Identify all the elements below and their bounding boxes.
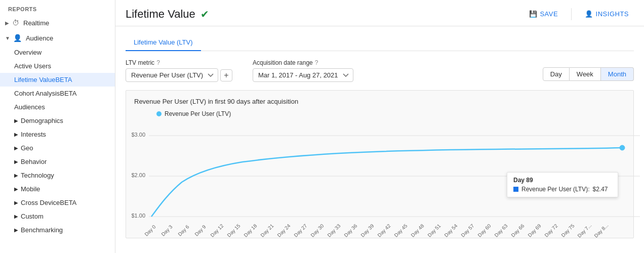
- tooltip-item: Revenue Per User (LTV): $2.47: [513, 186, 612, 193]
- sidebar-item-cross-device[interactable]: ▶ Cross Device BETA: [0, 196, 115, 209]
- svg-text:Day 60: Day 60: [476, 223, 492, 238]
- sidebar-item-cohort-analysis[interactable]: Cohort Analysis BETA: [0, 87, 115, 100]
- svg-text:$1.00: $1.00: [131, 213, 145, 219]
- save-label: SAVE: [540, 10, 558, 18]
- chart-endpoint: [620, 145, 625, 150]
- chevron-right-icon: ▶: [14, 132, 18, 137]
- chevron-right-icon: ▶: [14, 118, 18, 123]
- svg-text:Day 30: Day 30: [309, 223, 325, 238]
- svg-text:$2.00: $2.00: [131, 172, 145, 178]
- svg-text:Day 21: Day 21: [259, 223, 274, 238]
- sidebar-item-active-users[interactable]: Active Users: [0, 59, 115, 73]
- sidebar-item-label: Benchmarking: [21, 226, 63, 234]
- sidebar-item-label: Realtime: [23, 19, 49, 27]
- svg-text:Day 8...: Day 8...: [593, 222, 609, 238]
- sidebar-item-audience[interactable]: ▼ 👤 Audience: [0, 30, 115, 46]
- time-range-group: Day Week Month: [543, 67, 634, 82]
- svg-text:Day 39: Day 39: [359, 223, 375, 238]
- svg-text:Day 6: Day 6: [177, 224, 190, 237]
- tab-lifetime-value[interactable]: Lifetime Value (LTV): [126, 34, 201, 51]
- sidebar-item-label: Custom: [21, 213, 44, 220]
- svg-text:Day 45: Day 45: [393, 223, 408, 238]
- svg-text:Day 12: Day 12: [209, 223, 224, 238]
- ltv-metric-label: LTV metric ?: [126, 59, 232, 66]
- content-area: Lifetime Value (LTV) LTV metric ? Revenu…: [115, 26, 644, 246]
- main-content: Lifetime Value ✔ 💾 SAVE 👤 INSIGHTS Lifet…: [115, 0, 644, 253]
- sidebar-item-label: Mobile: [21, 185, 40, 193]
- sidebar-item-behavior[interactable]: ▶ Behavior: [0, 155, 115, 168]
- sidebar-item-label: Interests: [21, 131, 46, 138]
- sidebar-item-label: Audience: [26, 34, 53, 42]
- acquisition-select[interactable]: Mar 1, 2017 - Aug 27, 2021: [253, 68, 353, 82]
- sidebar-item-realtime[interactable]: ▶ ⏱ Realtime: [0, 15, 115, 30]
- title-text: Lifetime Value: [126, 8, 195, 21]
- ltv-metric-group: LTV metric ? Revenue Per User (LTV) +: [126, 59, 232, 82]
- ltv-metric-select[interactable]: Revenue Per User (LTV): [126, 68, 218, 82]
- help-icon: ?: [156, 59, 160, 66]
- sidebar-item-geo[interactable]: ▶ Geo: [0, 141, 115, 155]
- sidebar-item-mobile[interactable]: ▶ Mobile: [0, 182, 115, 196]
- svg-text:Day 9: Day 9: [193, 224, 207, 237]
- svg-text:$3.00: $3.00: [131, 132, 145, 138]
- help-icon: ?: [315, 59, 318, 66]
- insights-button[interactable]: 👤 INSIGHTS: [580, 7, 634, 21]
- chevron-right-icon: ▶: [14, 227, 18, 233]
- sidebar-item-benchmarking[interactable]: ▶ Benchmarking: [0, 223, 115, 237]
- chevron-down-icon: ▼: [5, 35, 10, 41]
- svg-text:Day 18: Day 18: [243, 223, 258, 238]
- svg-text:Day 0: Day 0: [143, 224, 157, 237]
- page-title: Lifetime Value ✔: [126, 8, 209, 21]
- tooltip-color-box: [513, 187, 518, 192]
- person-icon: 👤: [13, 34, 22, 42]
- tooltip-title: Day 89: [513, 177, 612, 184]
- tooltip-item-value: $2.47: [593, 186, 608, 193]
- beta-badge: BETA: [60, 90, 76, 97]
- sidebar-item-demographics[interactable]: ▶ Demographics: [0, 114, 115, 128]
- acquisition-group: Acquisition date range ? Mar 1, 2017 - A…: [253, 59, 353, 82]
- sidebar-item-lifetime-value[interactable]: Lifetime Value BETA: [0, 73, 115, 87]
- beta-badge: BETA: [60, 199, 76, 206]
- chevron-right-icon: ▶: [14, 145, 18, 151]
- divider: [571, 8, 572, 20]
- chart-legend: Revenue Per User (LTV): [126, 110, 633, 121]
- sidebar-item-label: Cross Device: [21, 199, 60, 206]
- svg-text:Day 27: Day 27: [293, 223, 308, 238]
- svg-text:Day 75: Day 75: [560, 223, 575, 238]
- svg-text:Day 69: Day 69: [527, 223, 542, 238]
- chart-tooltip: Day 89 Revenue Per User (LTV): $2.47: [507, 172, 618, 197]
- sidebar-item-label: Behavior: [21, 158, 47, 165]
- sidebar-item-label: Active Users: [14, 62, 51, 70]
- svg-text:Day 51: Day 51: [426, 223, 441, 238]
- svg-text:Day 33: Day 33: [326, 223, 341, 238]
- save-button[interactable]: 💾 SAVE: [524, 7, 563, 21]
- beta-badge: BETA: [55, 76, 72, 83]
- sidebar-item-overview[interactable]: Overview: [0, 46, 115, 59]
- svg-text:Day 66: Day 66: [510, 223, 525, 238]
- svg-text:Day 63: Day 63: [493, 223, 508, 238]
- chevron-right-icon: ▶: [14, 159, 18, 164]
- day-button[interactable]: Day: [543, 67, 570, 81]
- insights-label: INSIGHTS: [596, 10, 629, 18]
- sidebar-item-label: Cohort Analysis: [14, 90, 60, 97]
- check-icon: ✔: [200, 8, 209, 20]
- save-icon: 💾: [529, 10, 538, 18]
- svg-text:Day 48: Day 48: [410, 223, 425, 238]
- sidebar-item-technology[interactable]: ▶ Technology: [0, 168, 115, 182]
- ltv-metric-select-wrapper: Revenue Per User (LTV) +: [126, 68, 232, 82]
- svg-text:Day 7...: Day 7...: [576, 222, 592, 238]
- sidebar-item-audiences[interactable]: Audiences: [0, 100, 115, 114]
- chevron-right-icon: ▶: [14, 186, 18, 192]
- svg-text:Day 72: Day 72: [543, 223, 558, 238]
- header-actions: 💾 SAVE 👤 INSIGHTS: [524, 7, 634, 21]
- insights-icon: 👤: [585, 10, 593, 18]
- page-header: Lifetime Value ✔ 💾 SAVE 👤 INSIGHTS: [115, 0, 644, 26]
- chart-title: Revenue Per User (LTV) in first 90 days …: [126, 96, 633, 110]
- sidebar-item-interests[interactable]: ▶ Interests: [0, 128, 115, 141]
- add-metric-button[interactable]: +: [220, 69, 232, 81]
- week-button[interactable]: Week: [570, 67, 601, 81]
- clock-icon: ⏱: [12, 19, 19, 27]
- month-button[interactable]: Month: [601, 67, 634, 81]
- tooltip-item-label: Revenue Per User (LTV):: [521, 186, 590, 193]
- sidebar-item-custom[interactable]: ▶ Custom: [0, 209, 115, 223]
- svg-text:Day 15: Day 15: [226, 223, 241, 238]
